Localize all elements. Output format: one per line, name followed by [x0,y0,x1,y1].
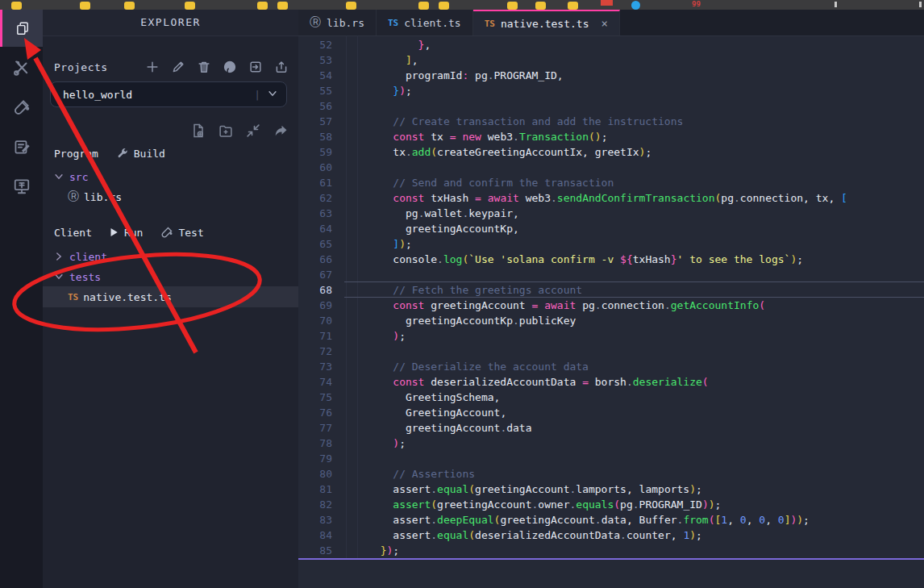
code-text: tx.add(createGreetingAccountIx, greetIx)… [368,144,651,160]
code-line[interactable]: 61 // Send and confirm the transaction [298,175,924,190]
code-line[interactable]: 65 ]); [298,236,924,252]
explorer-panel: EXPLORER Projects hello_world | Program … [43,10,299,588]
code-line[interactable]: 72 [298,344,924,359]
code-line[interactable]: 58 const tx = new web3.Transaction(); [298,129,924,144]
code-line[interactable]: 57 // Create transaction and add the ins… [298,114,924,129]
line-number: 82 [298,497,332,512]
code-line[interactable]: 78 ); [298,436,924,451]
tree-folder-client[interactable]: client [43,248,298,265]
bookmark-favicon [535,2,546,10]
code-text: }); [368,543,399,558]
code-text: }); [368,83,412,98]
tutorials-icon [13,138,31,156]
line-number: 60 [298,160,332,175]
activity-item-programs[interactable] [0,168,43,205]
code-line[interactable]: 75 GreetingSchema, [298,390,924,405]
code-line[interactable]: 76 GreetingAccount, [298,405,924,420]
tree-file-native-test[interactable]: TS native.test.ts [43,286,298,307]
code-line[interactable]: 53 ], [298,52,924,68]
code-line[interactable]: 60 [298,160,924,175]
code-line[interactable]: 69 const greetingAccount = await pg.conn… [298,298,924,313]
tab-librs[interactable]: Ⓡ lib.rs [298,10,377,35]
code-line[interactable]: 71 ); [298,328,924,344]
bookmark-favicon [439,2,449,10]
explorer-header: EXPLORER [43,10,298,36]
activity-item-tutorials[interactable] [0,128,43,165]
code-line[interactable]: 64 greetingAccountKp, [298,221,924,236]
tree-folder-src[interactable]: src [43,168,298,186]
end-of-file-line [298,558,924,560]
code-line[interactable]: 83 assert.deepEqual(greetingAccount.data… [298,512,924,528]
typescript-icon: TS [388,18,398,28]
share-button[interactable] [273,123,289,139]
browser-bookmarks-strip: 99 [0,0,924,10]
code-line[interactable]: 84 assert.equal(deserializedAccountData.… [298,528,924,543]
tree-file-librs[interactable]: Ⓡ lib.rs [43,188,298,206]
code-text: GreetingAccount, [368,405,506,420]
bookmark-favicon [277,2,288,10]
code-line[interactable]: 70 greetingAccountKp.publicKey [298,313,924,328]
code-line[interactable]: 80 // Assertions [298,466,924,482]
code-line[interactable]: 56 [298,98,924,114]
import-project-button[interactable] [248,60,263,74]
github-button[interactable] [223,60,237,74]
line-number: 79 [298,451,332,466]
line-number: 65 [298,236,332,252]
code-line[interactable]: 62 const txHash = await web3.sendAndConf… [298,190,924,206]
code-line[interactable]: 67 [298,267,924,282]
chevron-down-icon [267,88,278,102]
code-line[interactable]: 59 tx.add(createGreetingAccountIx, greet… [298,144,924,160]
code-line[interactable]: 85 }); [298,543,924,558]
code-line[interactable]: 77 greetingAccount.data [298,420,924,436]
code-line[interactable]: 63 pg.wallet.keypair, [298,206,924,221]
activity-item-build-tools[interactable] [0,49,43,86]
code-line[interactable]: 55 }); [298,83,924,98]
code-line[interactable]: 81 assert.equal(greetingAccount.lamports… [298,482,924,497]
code-line[interactable]: 74 const deserializedAccountData = borsh… [298,374,924,390]
delete-project-button[interactable] [197,60,211,74]
rust-icon: Ⓡ [310,15,321,30]
code-line[interactable]: 52 }, [298,37,924,52]
tree-folder-tests[interactable]: tests [43,268,298,286]
bookmark-favicon [601,0,613,6]
code-line[interactable]: 66 console.log(`Use 'solana confirm -v $… [298,252,924,267]
code-text: greetingAccount.data [368,420,532,436]
new-project-button[interactable] [145,60,160,74]
project-select[interactable]: hello_world | [50,81,287,107]
export-project-button[interactable] [274,60,289,74]
run-button[interactable]: Run [108,227,143,239]
close-tab-icon[interactable]: × [601,17,608,30]
code-text: assert.deepEqual(greetingAccount.data, B… [368,512,810,528]
code-text: assert.equal(deserializedAccountData.cou… [368,528,702,543]
rename-project-button[interactable] [171,60,185,74]
activity-item-explorer[interactable] [0,10,43,47]
code-line[interactable]: 54 programId: pg.PROGRAM_ID, [298,68,924,83]
new-folder-button[interactable] [218,123,234,139]
code-line[interactable]: 82 assert(greetingAccount.owner.equals(p… [298,497,924,512]
test-button[interactable]: Test [160,226,203,239]
line-number: 52 [298,37,332,52]
code-text: const txHash = await web3.sendAndConfirm… [368,190,847,206]
code-line[interactable]: 68 // Fetch the greetings account [298,282,924,298]
line-number: 57 [298,114,332,129]
code-line[interactable]: 79 [298,451,924,466]
code-text: const deserializedAccountData = borsh.de… [368,374,709,390]
programs-icon [13,177,31,195]
line-number: 71 [298,328,332,344]
activity-item-test[interactable] [0,89,43,126]
client-section-label: Client [54,227,92,239]
collapse-folders-button[interactable] [245,123,261,139]
line-number: 68 [298,282,332,298]
code-text: ], [368,52,418,68]
rust-icon: Ⓡ [68,190,79,204]
code-text: ); [368,328,406,344]
bookmark-favicon [185,2,195,10]
chevron-down-icon [53,271,65,282]
tab-clientts[interactable]: TS client.ts [377,10,473,35]
line-number: 81 [298,482,332,497]
build-button[interactable]: Build [116,147,165,160]
bookmark-favicon [80,2,90,10]
code-line[interactable]: 73 // Deserialize the account data [298,359,924,374]
tab-native-test-ts[interactable]: TS native.test.ts × [473,10,620,35]
new-file-button[interactable] [190,123,206,139]
